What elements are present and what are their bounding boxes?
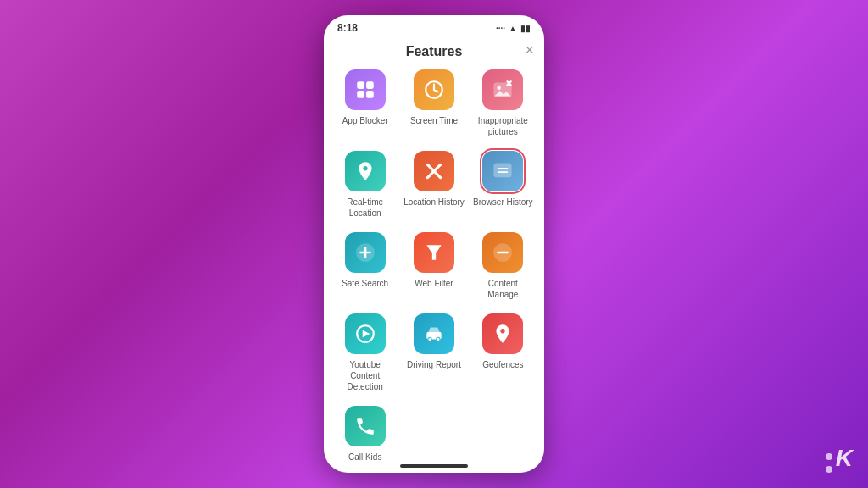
watermark-letter: K: [836, 445, 853, 472]
feature-label-driving-report: Driving Report: [407, 359, 461, 370]
feature-label-web-filter: Web Filter: [415, 278, 453, 289]
feature-label-location-history: Location History: [403, 197, 465, 208]
feature-item-content-manage[interactable]: Content Manage: [472, 232, 534, 300]
feature-label-youtube-content: Youtube Content Detection: [334, 359, 396, 392]
feature-item-inappropriate-pictures[interactable]: Inappropriate pictures: [472, 69, 534, 137]
feature-icon-geofences: [482, 313, 523, 354]
home-indicator: [400, 464, 468, 468]
feature-icon-content-manage: [482, 232, 523, 273]
feature-icon-real-time-location: [345, 151, 386, 191]
modal-title: Features: [406, 44, 463, 59]
feature-item-app-blocker[interactable]: App Blocker: [334, 69, 396, 137]
svg-point-6: [498, 86, 501, 90]
feature-label-content-manage: Content Manage: [472, 278, 534, 300]
time: 8:18: [337, 22, 358, 34]
wifi-icon: ▲: [509, 24, 517, 33]
feature-label-app-blocker: App Blocker: [342, 115, 388, 126]
svg-rect-2: [357, 91, 364, 98]
feature-label-geofences: Geofences: [482, 359, 523, 370]
feature-icon-web-filter: [414, 232, 454, 273]
feature-item-screen-time[interactable]: Screen Time: [403, 69, 465, 137]
svg-rect-11: [495, 164, 512, 176]
feature-item-call-kids[interactable]: Call Kids: [334, 406, 396, 463]
svg-marker-17: [426, 245, 441, 259]
watermark-dots: [826, 450, 832, 473]
close-button[interactable]: ×: [525, 42, 534, 58]
feature-icon-youtube-content: [345, 313, 386, 354]
feature-icon-screen-time: [414, 69, 454, 110]
feature-item-geofences[interactable]: Geofences: [472, 313, 534, 392]
feature-icon-location-history: [414, 151, 454, 191]
svg-rect-0: [357, 81, 364, 89]
feature-label-call-kids: Call Kids: [348, 452, 381, 463]
feature-icon-inappropriate-pictures: [482, 69, 523, 110]
svg-point-22: [428, 337, 431, 341]
status-icons: ···· ▲ ▮▮: [496, 24, 531, 33]
phone-frame: 8:18 ···· ▲ ▮▮ Features × App BlockerScr…: [324, 15, 544, 473]
battery-icon: ▮▮: [520, 24, 531, 33]
status-bar: 8:18 ···· ▲ ▮▮: [324, 15, 544, 37]
feature-item-safe-search[interactable]: Safe Search: [334, 232, 396, 300]
modal-header: Features ×: [334, 37, 534, 69]
feature-item-youtube-content[interactable]: Youtube Content Detection: [334, 313, 396, 392]
feature-icon-driving-report: [414, 313, 454, 354]
feature-item-driving-report[interactable]: Driving Report: [403, 313, 465, 392]
feature-item-web-filter[interactable]: Web Filter: [403, 232, 465, 300]
feature-item-real-time-location[interactable]: Real-time Location: [334, 151, 396, 219]
svg-point-23: [437, 337, 440, 341]
feature-label-real-time-location: Real-time Location: [334, 197, 396, 219]
feature-label-safe-search: Safe Search: [342, 278, 388, 289]
feature-icon-safe-search: [345, 232, 386, 273]
signal-dots: ····: [496, 24, 505, 33]
feature-item-location-history[interactable]: Location History: [403, 151, 465, 219]
watermark: K: [826, 445, 853, 473]
feature-label-browser-history: Browser History: [473, 197, 533, 208]
feature-item-browser-history[interactable]: Browser History: [472, 151, 534, 219]
feature-label-inappropriate-pictures: Inappropriate pictures: [472, 115, 534, 137]
modal-content: Features × App BlockerScreen TimeInappro…: [324, 37, 544, 464]
feature-label-screen-time: Screen Time: [410, 115, 458, 126]
svg-rect-1: [366, 81, 374, 89]
features-grid: App BlockerScreen TimeInappropriate pict…: [334, 69, 534, 463]
svg-rect-3: [366, 91, 374, 98]
feature-icon-app-blocker: [345, 69, 386, 110]
feature-icon-call-kids: [345, 406, 386, 446]
feature-icon-browser-history: [482, 151, 523, 191]
